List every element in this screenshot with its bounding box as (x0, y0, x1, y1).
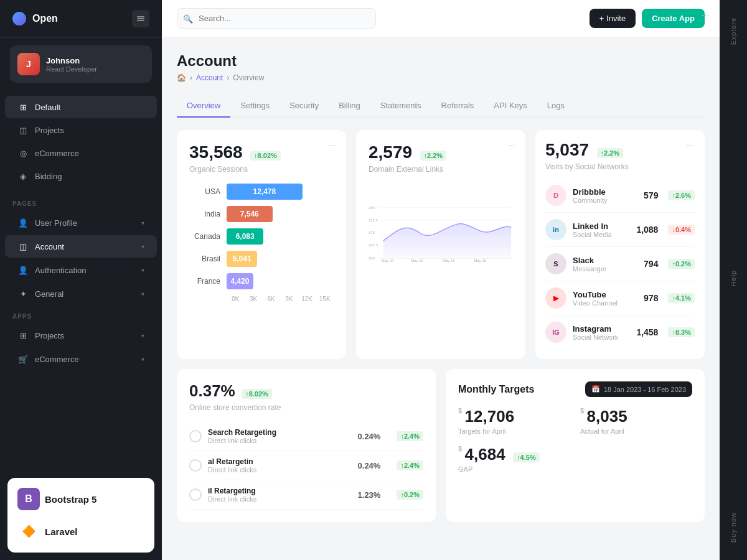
social-type: Video Channel (573, 299, 618, 307)
user-profile-icon: 👤 (17, 217, 29, 228)
sidebar-item-bidding[interactable]: ◈ Bidding (5, 165, 157, 187)
account-icon: ◫ (17, 241, 29, 252)
sidebar-item-ecommerce[interactable]: ◎ eCommerce (5, 142, 157, 164)
target-label: Targets for April (458, 427, 570, 435)
sidebar-item-general[interactable]: ✦ General ▾ (5, 282, 157, 305)
tab-billing[interactable]: Billing (329, 95, 370, 118)
target-grid: $ 12,706 Targets for April $ 8,035 Actua… (458, 407, 692, 473)
side-panel-buy[interactable]: Buy now (730, 507, 737, 548)
calendar-icon: 📅 (591, 385, 600, 393)
retargeting-row: il Retargeting Direct link clicks 1.23% … (189, 480, 423, 510)
social-icon: S (545, 253, 566, 274)
user-name: Johnson (46, 56, 144, 65)
bar-row: Canada 6,083 (189, 228, 334, 245)
more-options-icon[interactable]: ··· (328, 140, 336, 151)
tab-overview[interactable]: Overview (177, 95, 230, 118)
sidebar-item-label: eCommerce (35, 149, 79, 158)
target-value-row: $ 12,706 (458, 407, 570, 426)
social-icon: ▶ (545, 287, 566, 309)
bar-axis-label: 9K (280, 296, 298, 302)
bar-axis-label: 12K (298, 296, 316, 302)
svg-text:May 04: May 04 (382, 259, 394, 263)
more-options-icon-3[interactable]: ··· (687, 140, 695, 151)
page-content: Account 🏠 › Account › Overview Overview … (162, 37, 720, 560)
chevron-down-icon: ▾ (141, 267, 144, 274)
bar-chart: USA 12,478 India 7,546 Canada 6,083 Bras… (189, 184, 334, 289)
invite-button[interactable]: + Invite (590, 9, 636, 28)
search-input[interactable] (177, 8, 376, 29)
svg-text:175: 175 (369, 231, 375, 235)
tab-logs[interactable]: Logs (537, 95, 575, 118)
side-panel-explore[interactable]: Explore (730, 12, 737, 50)
sidebar-item-projects-app[interactable]: ⊞ Projects ▾ (5, 324, 157, 347)
stat-value-social: 5,037 (545, 140, 589, 159)
target-value-row: $ 4,684 ↑4.5% (458, 445, 570, 464)
sidebar-item-ecommerce-app[interactable]: 🛒 eCommerce ▾ (5, 348, 157, 370)
social-count: 1,088 (636, 225, 658, 235)
user-card[interactable]: J Johnson React Developer (10, 45, 152, 83)
bootstrap-label: Bootstrap 5 (45, 494, 96, 505)
user-role: React Developer (46, 65, 144, 73)
conversion-value: 0.37% (189, 381, 235, 400)
tab-statements[interactable]: Statements (370, 95, 431, 118)
stat-label-sessions: Organic Sessions (189, 165, 334, 174)
sidebar-item-label: Bidding (35, 172, 62, 181)
sidebar-item-label: eCommerce (35, 355, 79, 364)
logo-icon (12, 12, 26, 26)
retargeting-name: il Retargeting (208, 487, 352, 495)
svg-rect-1 (137, 18, 144, 19)
sidebar-item-label: Authentication (35, 266, 86, 275)
svg-text:May 18: May 18 (443, 259, 455, 263)
chevron-down-icon: ▾ (141, 356, 144, 363)
stats-grid: 35,568 ↑8.02% Organic Sessions ··· USA 1… (177, 130, 705, 359)
target-dollar: $ (458, 445, 462, 452)
search-bar: 🔍 (177, 8, 376, 29)
retargeting-badge: ↑2.4% (397, 431, 423, 441)
sidebar: Open J Johnson React Developer ⊞ Default… (0, 0, 162, 560)
social-row: ▶ YouTube Video Channel 978 ↑4.1% (545, 281, 695, 315)
sidebar-item-user-profile[interactable]: 👤 User Profile ▾ (5, 212, 157, 234)
social-type: Social Media (573, 231, 612, 238)
tab-referrals[interactable]: Referrals (431, 95, 484, 118)
bar-country-label: India (189, 210, 220, 218)
bar-row: France 4,420 (189, 273, 334, 289)
retargeting-info: Search Retargeting Direct link clicks (208, 428, 352, 444)
bar-row: India 7,546 (189, 206, 334, 222)
sidebar-item-authentication[interactable]: 👤 Authentication ▾ (5, 259, 157, 281)
stat-card-social: 5,037 ↑2.2% Visits by Social Networks ··… (535, 130, 705, 359)
tab-security[interactable]: Security (280, 95, 329, 118)
create-app-button[interactable]: Create App (642, 9, 705, 28)
logo-area: Open (12, 12, 58, 26)
retargeting-badge: ↑2.4% (397, 460, 423, 470)
sidebar-item-default[interactable]: ⊞ Default (5, 96, 157, 118)
sidebar-item-account[interactable]: ◫ Account ▾ (5, 235, 157, 258)
stat-value-external: 2,579 (369, 142, 412, 162)
sidebar-item-projects[interactable]: ◫ Projects (5, 119, 157, 141)
bar-row: USA 12,478 (189, 184, 334, 200)
social-icon: in (545, 219, 566, 240)
tab-settings[interactable]: Settings (230, 95, 280, 118)
social-type: Social Network (573, 334, 618, 341)
side-panel: Explore Help Buy now (720, 0, 747, 560)
retargeting-pct: 1.23% (358, 490, 381, 500)
side-panel-help[interactable]: Help (730, 265, 737, 292)
target-badge: ↑4.5% (513, 452, 540, 462)
breadcrumb: 🏠 › Account › Overview (177, 73, 705, 82)
breadcrumb-account[interactable]: Account (196, 73, 223, 82)
grid-icon: ⊞ (17, 101, 29, 113)
retargeting-name: Search Retargeting (208, 428, 352, 437)
laravel-label: Laravel (45, 526, 78, 537)
social-row: S Slack Messanger 794 ↑0.2% (545, 247, 695, 281)
more-options-icon-2[interactable]: ··· (507, 140, 515, 151)
target-value: 12,706 (465, 407, 515, 426)
retargeting-list: Search Retargeting Direct link clicks 0.… (189, 422, 423, 510)
retargeting-pct: 0.24% (358, 461, 381, 470)
social-badge: ↓0.4% (668, 225, 695, 235)
svg-text:100: 100 (369, 256, 375, 260)
retargeting-badge: ↑0.2% (397, 490, 423, 500)
target-label: GAP (458, 465, 570, 473)
bidding-icon: ◈ (17, 170, 29, 182)
tab-api-keys[interactable]: API Keys (484, 95, 537, 118)
svg-rect-2 (137, 20, 144, 21)
sidebar-toggle-btn[interactable] (132, 10, 149, 27)
